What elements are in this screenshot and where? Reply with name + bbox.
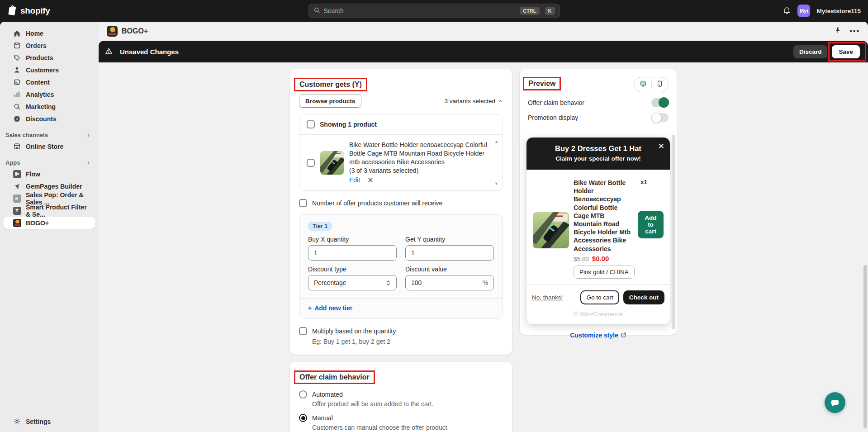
help-chat-button[interactable] xyxy=(825,392,845,413)
showing-products-label: Showing 1 product xyxy=(320,121,377,128)
discount-type-select[interactable]: Percentage xyxy=(308,275,397,290)
sidebar-item-label: Discounts xyxy=(26,115,57,123)
tier-badge: Tier 1 xyxy=(308,222,332,231)
sidebar-section-apps[interactable]: Apps › xyxy=(0,157,99,168)
pill-divider: | xyxy=(651,81,653,89)
sidebar-item-label: Products xyxy=(26,54,53,62)
unsaved-changes-bar: Unsaved Changes Discard Save xyxy=(99,41,868,62)
sidebar-item-label: BOGO+ xyxy=(26,219,49,227)
sidebar-item-orders[interactable]: Orders xyxy=(4,39,95,52)
sidebar-item-label: Orders xyxy=(26,42,47,49)
save-button[interactable]: Save xyxy=(832,45,860,58)
promotion-display-toggle[interactable] xyxy=(651,113,669,122)
shopify-wordmark: shopify xyxy=(20,6,50,16)
automated-radio[interactable] xyxy=(299,390,307,399)
sidebar-item-label: Analytics xyxy=(26,91,54,98)
add-tier-label: Add new tier xyxy=(314,304,352,312)
sidebar-item-flow[interactable]: Flow xyxy=(4,168,95,180)
sidebar-item-online-store[interactable]: Online Store xyxy=(4,140,95,152)
customer-gets-title: Customer gets (Y) xyxy=(294,78,367,91)
sales-pop-app-icon xyxy=(13,194,21,203)
sidebar-item-label: Marketing xyxy=(26,103,56,110)
sidebar-item-gempages[interactable]: GemPages Builder xyxy=(4,180,95,192)
content-icon xyxy=(13,78,21,86)
sidebar-item-home[interactable]: Home xyxy=(4,27,95,39)
desktop-icon[interactable] xyxy=(640,81,647,89)
offer-claim-title: Offer claim behavior xyxy=(294,370,375,384)
sidebar-item-discounts[interactable]: Discounts xyxy=(4,113,95,125)
sidebar-item-customers[interactable]: Customers xyxy=(4,64,95,76)
sidebar-item-settings[interactable]: Settings xyxy=(4,415,95,427)
popup-product-name: Bike Water Bottle Holder Велоаксессуар C… xyxy=(574,179,633,253)
preview-scrollbar[interactable] xyxy=(672,135,675,329)
variants-summary-toggle[interactable]: 3 variants selected xyxy=(444,98,503,104)
sidebar-item-content[interactable]: Content xyxy=(4,76,95,88)
store-avatar[interactable]: Myt xyxy=(797,5,810,17)
wizzcommerce-branding: © WizzCommerce xyxy=(526,307,670,324)
shopify-logo[interactable]: shopify xyxy=(7,5,50,17)
buy-x-input[interactable] xyxy=(308,245,397,261)
manual-radio[interactable] xyxy=(299,414,307,422)
sidebar-section-sales-channels[interactable]: Sales channels › xyxy=(0,129,99,140)
search-input[interactable]: Search CTRL K xyxy=(308,4,560,18)
discount-icon xyxy=(13,114,21,123)
section-label: Sales channels xyxy=(5,132,48,138)
popup-subheading: Claim your special offer now! xyxy=(540,155,656,162)
add-new-tier-button[interactable]: + Add new tier xyxy=(299,298,503,318)
sidebar-item-label: Settings xyxy=(26,418,51,425)
discount-type-label: Discount type xyxy=(308,266,397,273)
sidebar-item-products[interactable]: Products xyxy=(4,52,95,64)
sidebar-item-marketing[interactable]: Marketing xyxy=(4,100,95,113)
customize-style-link[interactable]: Customize style xyxy=(570,332,626,339)
window-scrollbar[interactable] xyxy=(863,265,867,428)
offer-claim-toggle[interactable] xyxy=(651,98,669,107)
discount-value-input[interactable]: 100 % xyxy=(405,275,494,290)
device-toggle: | xyxy=(634,77,669,92)
popup-heading: Buy 2 Dresses Get 1 Hat xyxy=(540,144,656,153)
save-button-annotation: Save xyxy=(832,45,860,58)
sidebar: Home Orders Products Customers Content A… xyxy=(0,22,99,432)
select-all-checkbox[interactable] xyxy=(307,120,315,128)
selected-products-box: Showing 1 product Bike Water Bottle Hold… xyxy=(299,114,503,191)
pin-icon[interactable] xyxy=(834,27,841,36)
plus-icon: + xyxy=(308,304,312,312)
checkout-button[interactable]: Check out xyxy=(623,290,664,304)
remove-product-icon[interactable]: ✕ xyxy=(367,177,373,184)
scroll-up-icon[interactable]: ▲ xyxy=(494,139,498,144)
sidebar-item-bogo[interactable]: BOGO+ xyxy=(4,217,95,229)
product-row: Bike Water Bottle Holder велоаксессуар C… xyxy=(299,135,503,190)
page-header: BOGO+ ••• xyxy=(99,22,868,41)
browse-products-button[interactable]: Browse products xyxy=(299,94,361,108)
sidebar-item-sales-pop[interactable]: Sales Pop: Order & Sales ... xyxy=(4,192,95,204)
edit-variants-link[interactable]: Edit xyxy=(349,176,360,185)
go-to-cart-button[interactable]: Go to cart xyxy=(580,290,619,304)
variant-selector[interactable]: Pink gold / CHINA xyxy=(574,266,635,279)
percent-suffix: % xyxy=(483,279,488,286)
chevron-right-icon: › xyxy=(87,159,90,166)
buy-x-label: Buy X quantity xyxy=(308,236,397,243)
scroll-down-icon[interactable]: ▼ xyxy=(494,181,498,186)
product-variants-note: (3 of 3 variants selected) xyxy=(349,166,491,175)
offer-count-label: Number of offer products customer will r… xyxy=(312,199,442,207)
more-options-icon[interactable]: ••• xyxy=(849,27,860,35)
get-y-input[interactable] xyxy=(405,245,494,261)
product-checkbox[interactable] xyxy=(307,159,315,167)
store-name[interactable]: Myteststore115 xyxy=(816,8,861,14)
discount-type-value: Percentage xyxy=(314,279,346,286)
mobile-icon[interactable] xyxy=(657,80,663,89)
notifications-bell-icon[interactable] xyxy=(783,6,791,16)
storefront-icon xyxy=(13,142,21,151)
customize-style-label: Customize style xyxy=(570,332,618,339)
sidebar-item-label: Flow xyxy=(26,171,40,178)
discard-button[interactable]: Discard xyxy=(793,45,828,58)
warning-icon xyxy=(105,47,113,57)
offer-count-checkbox[interactable] xyxy=(299,199,307,207)
add-to-cart-button[interactable]: Add to cart xyxy=(638,211,664,238)
popup-close-icon[interactable]: ✕ xyxy=(658,142,664,151)
sidebar-item-label: Content xyxy=(26,79,50,86)
manual-label: Manual xyxy=(312,414,333,422)
no-thanks-link[interactable]: No, thanks! xyxy=(532,294,563,301)
sidebar-item-smart-filter[interactable]: Smart Product Filter & Se... xyxy=(4,204,95,217)
sidebar-item-analytics[interactable]: Analytics xyxy=(4,88,95,100)
multiply-checkbox[interactable] xyxy=(299,327,307,335)
